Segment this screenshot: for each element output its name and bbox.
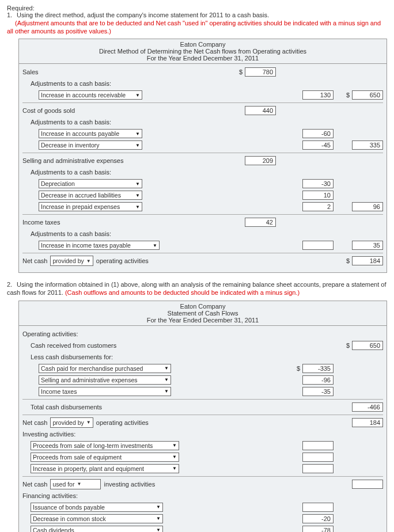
- sga-adj2-value[interactable]: 10: [302, 191, 334, 200]
- fin3-value[interactable]: -78: [302, 526, 334, 532]
- op-net-select[interactable]: provided by▼: [50, 417, 93, 428]
- cogs-adj2-select[interactable]: Decrease in inventory▼: [39, 140, 142, 150]
- chevron-down-icon: ▼: [172, 443, 177, 448]
- panel-scf: Eaton Company Statement of Cash Flows Fo…: [18, 301, 387, 532]
- dollar-sign: $: [297, 365, 300, 372]
- sga-adj1-value[interactable]: -30: [302, 179, 334, 188]
- sga-value[interactable]: 209: [245, 156, 276, 165]
- cogs-adj1-label: Increase in accounts payable: [41, 130, 119, 137]
- total-disb-value[interactable]: -466: [352, 402, 383, 412]
- chevron-down-icon: ▼: [135, 131, 140, 136]
- sales-value[interactable]: 780: [245, 67, 276, 77]
- chevron-down-icon: ▼: [164, 377, 169, 382]
- inv2-value[interactable]: [302, 453, 334, 462]
- sga-adj1-select[interactable]: Depreciation▼: [39, 179, 142, 188]
- tax-label: Income taxes: [22, 219, 237, 226]
- inv-activities-label: Investing activities:: [22, 431, 237, 438]
- inv1-select[interactable]: Proceeds from sale of long-term investme…: [31, 441, 179, 450]
- inv-net-select[interactable]: used for▼: [50, 479, 101, 489]
- op-net-post: operating activities: [96, 419, 149, 426]
- disb2-value[interactable]: -96: [302, 375, 334, 385]
- panel2-h2: Statement of Cash Flows: [19, 310, 387, 317]
- disb2-select[interactable]: Selling and administrative expenses▼: [39, 375, 171, 385]
- q1-text: Using the direct method, adjust the comp…: [17, 12, 269, 18]
- panel1-h1: Eaton Company: [19, 41, 387, 48]
- inv3-select[interactable]: Increase in property, plant and equipmen…: [31, 464, 179, 473]
- netcash-select[interactable]: provided by▼: [50, 256, 93, 266]
- op-net-value[interactable]: 184: [352, 418, 383, 427]
- cogs-adj1-value[interactable]: -60: [302, 129, 334, 138]
- cogs-value[interactable]: 440: [245, 106, 276, 115]
- inv2-select[interactable]: Proceeds from sale of equipment▼: [31, 453, 179, 462]
- chevron-down-icon: ▼: [135, 93, 140, 98]
- chevron-down-icon: ▼: [172, 454, 177, 459]
- chevron-down-icon: ▼: [164, 366, 169, 371]
- fin3-label: Cash dividends: [33, 527, 74, 532]
- disb1-value[interactable]: -335: [302, 364, 334, 373]
- disb3-value[interactable]: -35: [302, 387, 334, 396]
- tax-adj-label: Adjustments to a cash basis:: [22, 230, 237, 237]
- sga-adj3-value[interactable]: 2: [302, 202, 334, 211]
- fin2-value[interactable]: -20: [302, 514, 334, 523]
- disb3-select[interactable]: Income taxes▼: [39, 387, 171, 396]
- op-net-sel-label: provided by: [52, 419, 84, 426]
- tax-adj1-value[interactable]: [302, 241, 334, 250]
- sga-adj3-select[interactable]: Increase in prepaid expenses▼: [39, 202, 142, 211]
- sga-adj1-label: Depreciation: [41, 180, 75, 187]
- disb2-label: Selling and administrative expenses: [41, 377, 138, 383]
- dollar-sign: $: [346, 342, 350, 349]
- chevron-down-icon: ▼: [135, 204, 140, 210]
- cash-received-label: Cash received from customers: [22, 342, 237, 349]
- sales-adj1-select[interactable]: Increase in accounts receivable▼: [39, 90, 142, 100]
- total-disb-label: Total cash disbursements: [22, 404, 237, 411]
- q1-red: (Adjustment amounts that are to be deduc…: [7, 20, 381, 35]
- netcash-sel-label: provided by: [52, 257, 84, 264]
- netcash-total[interactable]: 184: [352, 256, 383, 265]
- chevron-down-icon: ▼: [172, 466, 177, 471]
- chevron-down-icon: ▼: [156, 504, 161, 510]
- tax-adj1-label: Increase in income taxes payable: [41, 242, 131, 249]
- inv3-value[interactable]: [302, 464, 334, 473]
- inv3-label: Increase in property, plant and equipmen…: [33, 465, 144, 472]
- op-net-pre: Net cash: [22, 419, 47, 426]
- chevron-down-icon: ▼: [156, 527, 161, 532]
- chevron-down-icon: ▼: [135, 193, 140, 198]
- tax-adj1-select[interactable]: Increase in income taxes payable▼: [39, 241, 160, 250]
- cogs-adj2-label: Decrease in inventory: [41, 142, 100, 149]
- sga-adj3-label: Increase in prepaid expenses: [41, 203, 120, 210]
- sales-total[interactable]: 650: [352, 90, 383, 100]
- netcash-post: operating activities: [96, 257, 149, 264]
- tax-value[interactable]: 42: [245, 218, 276, 227]
- sga-adj2-select[interactable]: Decrease in accrued liabilities▼: [39, 191, 142, 200]
- disb1-select[interactable]: Cash paid for merchandise purchased▼: [39, 364, 171, 373]
- dollar-sign: $: [346, 92, 350, 98]
- sales-adj1-value[interactable]: 130: [302, 90, 334, 100]
- disb3-label: Income taxes: [41, 388, 77, 395]
- adj-basis-label: Adjustments to a cash basis:: [22, 80, 237, 87]
- inv-net-value[interactable]: [352, 480, 383, 489]
- cogs-adj1-select[interactable]: Increase in accounts payable▼: [39, 129, 142, 138]
- fin1-value[interactable]: [302, 503, 334, 512]
- chevron-down-icon: ▼: [86, 420, 91, 425]
- panel2-h1: Eaton Company: [19, 303, 387, 310]
- cogs-total[interactable]: 335: [352, 140, 383, 150]
- q2-num: 2.: [7, 281, 15, 289]
- cogs-label: Cost of goods sold: [22, 107, 237, 114]
- cash-received-value[interactable]: 650: [352, 341, 383, 350]
- sga-label: Selling and administrative expenses: [22, 157, 237, 164]
- fin1-select[interactable]: Issuance of bonds payable▼: [31, 503, 163, 512]
- panel1-h3: For the Year Ended December 31, 2011: [19, 55, 387, 62]
- cogs-adj2-value[interactable]: -45: [302, 140, 334, 150]
- fin2-label: Decrease in common stock: [33, 515, 106, 522]
- chevron-down-icon: ▼: [164, 389, 169, 394]
- cogs-adj-label: Adjustments to a cash basis:: [22, 119, 237, 126]
- fin3-select[interactable]: Cash dividends▼: [31, 526, 163, 532]
- tax-total[interactable]: 35: [352, 241, 383, 250]
- sga-total[interactable]: 96: [352, 202, 383, 211]
- panel1-h2: Direct Method of Determining the Net Cas…: [19, 48, 387, 55]
- chevron-down-icon: ▼: [77, 481, 81, 487]
- fin2-select[interactable]: Decrease in common stock▼: [31, 514, 163, 523]
- inv1-value[interactable]: [302, 441, 334, 450]
- panel-direct-method: Eaton Company Direct Method of Determini…: [18, 39, 387, 273]
- inv-net-post: investing activities: [104, 481, 156, 488]
